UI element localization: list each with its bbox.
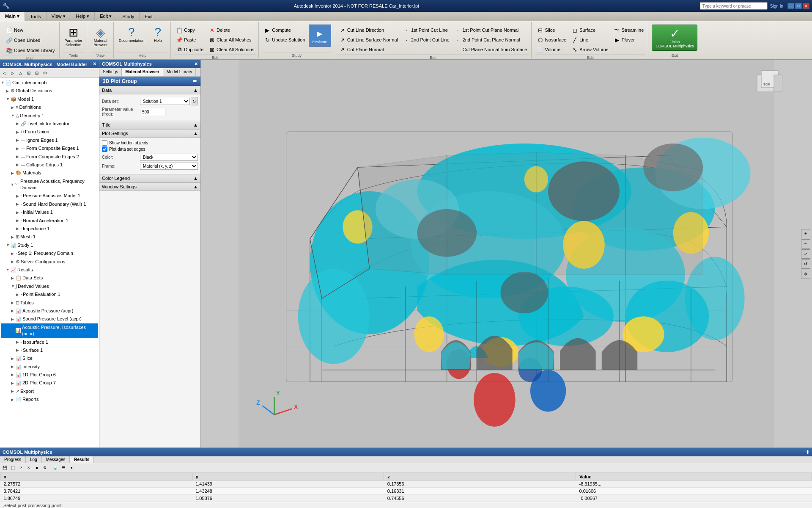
tree-item-pressure_acoustics[interactable]: ▼ 〰 Pressure Acoustics, Frequency Domain <box>1 177 98 192</box>
tree-item-tables[interactable]: ▶ ⊟ Tables <box>1 299 98 307</box>
param-input[interactable] <box>140 109 165 115</box>
paste-button[interactable]: 📌 Paste <box>174 35 205 44</box>
show-hidden-checkbox[interactable] <box>102 140 107 146</box>
tree-item-intensity[interactable]: ▶ 📊 Intensity <box>1 363 98 371</box>
bp-settings-button[interactable]: ⚙ <box>41 464 49 472</box>
bp-copy-button[interactable]: 📋 <box>9 464 16 472</box>
second-point-cut-plane-button[interactable]: · 2nd Point Cut Plane Normal <box>453 35 529 44</box>
section-color-legend-header[interactable]: Color Legend ▲ <box>99 174 200 182</box>
tree-item-initial_values1[interactable]: ▶ · Initial Values 1 <box>1 208 98 216</box>
tree-item-slice[interactable]: ▶ 📊 Slice <box>1 354 98 362</box>
mb-back-button[interactable]: ◁ <box>1 69 8 77</box>
tree-item-sound_hard[interactable]: ▶ · Sound Hard Boundary (Wall) 1 <box>1 200 98 208</box>
bp-tab-progress[interactable]: Progress <box>0 456 26 463</box>
cp-close-icon[interactable]: ✕ <box>194 61 198 67</box>
vp-zoom-in-button[interactable]: + <box>801 229 810 238</box>
clear-meshes-button[interactable]: ⊠ Clear All Meshes <box>207 35 256 44</box>
material-browser-button[interactable]: ◈ MaterialBrowser <box>91 25 111 48</box>
volume-button[interactable]: ⬜ Volume <box>535 45 568 54</box>
clear-solutions-button[interactable]: ⊠ Clear All Solutions <box>207 45 256 54</box>
tab-view[interactable]: View ▾ <box>47 12 71 21</box>
tree-item-form_union[interactable]: ▶ ∪ Form Union <box>1 128 98 136</box>
tree-item-pa_model1[interactable]: ▶ · Pressure Acoustics Model 1 <box>1 192 98 200</box>
mb-settings-button[interactable]: ⚙ <box>41 69 49 77</box>
open-linked-button[interactable]: 🔗 Open Linked <box>4 36 57 45</box>
tree-item-model1[interactable]: ▼ 📦 Model 1 <box>1 95 98 103</box>
tree-item-ignore_edges1[interactable]: ▶ — Ignore Edges 1 <box>1 136 98 144</box>
tree-item-study1[interactable]: ▼ 📊 Study 1 <box>1 241 98 249</box>
first-point-cut-line-button[interactable]: · 1st Point Cut Line <box>401 25 451 35</box>
frame-select[interactable]: Material (x, y, z) <box>140 163 198 170</box>
search-input[interactable] <box>700 2 768 10</box>
bp-save-button[interactable]: 💾 <box>1 464 8 472</box>
mb-up-button[interactable]: △ <box>17 69 25 77</box>
mb-forward-button[interactable]: ▷ <box>9 69 16 77</box>
cut-line-surface-normal-button[interactable]: ↗ Cut Line Surface Normal <box>337 35 400 44</box>
bp-expand-icon[interactable]: ⬆ <box>806 450 809 455</box>
first-point-cut-plane-button[interactable]: · 1st Point Cut Plane Normal <box>453 25 529 35</box>
tree-item-plot_group7[interactable]: ▶ 📊 2D Plot Group 7 <box>1 379 98 387</box>
minimize-button[interactable]: — <box>787 3 794 9</box>
tree-item-acoustic_isosurfaces[interactable]: ▶ 📊 Acoustic Pressure, Isosurfaces (acpr… <box>1 323 98 338</box>
tree-item-acoustic_pressure[interactable]: ▶ 📊 Acoustic Pressure (acpr) <box>1 307 98 315</box>
section-plot-settings-header[interactable]: Plot Settings ▲ <box>99 129 200 138</box>
surface-button[interactable]: ◻ Surface <box>570 25 610 35</box>
tree-item-impedance1[interactable]: ▶ · Impedance 1 <box>1 225 98 233</box>
bp-clear-button[interactable]: ✕ <box>25 464 33 472</box>
bp-chart-button[interactable]: 📊 <box>52 464 59 472</box>
cut-plane-normal-from-surface-button[interactable]: · Cut Plane Normal from Surface <box>453 45 529 54</box>
maximize-button[interactable]: □ <box>795 3 802 9</box>
evaluate-button[interactable]: ▶ Evaluate <box>309 25 331 47</box>
update-solution-button[interactable]: ↻ Update Solution <box>262 35 307 44</box>
bp-export-button[interactable]: ↗ <box>17 464 25 472</box>
tree-item-car_interior[interactable]: ▼ 📄 Car_interior.mph <box>1 79 98 87</box>
finish-button[interactable]: ✓ FinishCOMSOL Multiphysics <box>652 25 697 51</box>
arrow-volume-button[interactable]: ⤡ Arrow Volume <box>570 45 610 54</box>
tree-item-reports[interactable]: ▶ 📄 Reports <box>1 395 98 403</box>
tree-item-mesh1[interactable]: ▶ ⊞ Mesh 1 <box>1 233 98 241</box>
tab-edit[interactable]: Edit ▾ <box>95 12 117 21</box>
slice-button[interactable]: ⊟ Slice <box>535 25 568 35</box>
tree-item-collapse_edges1[interactable]: ▶ — Collapse Edges 1 <box>1 161 98 169</box>
color-select[interactable]: Black White Red <box>140 154 198 161</box>
tree-item-export[interactable]: ▶ ↗ Export <box>1 387 98 395</box>
plot-group-expand-icon[interactable]: ✏ <box>193 78 197 84</box>
isosurface-button[interactable]: ⬡ Isosurface <box>535 35 568 44</box>
new-button[interactable]: 📄 New <box>4 25 57 35</box>
dataset-select[interactable]: Solution 1 <box>140 98 190 105</box>
second-point-cut-line-button[interactable]: · 2nd Point Cut Line <box>401 35 451 44</box>
tree-item-results[interactable]: ▼ 📈 Results <box>1 266 98 274</box>
cut-plane-normal-button[interactable]: ↗ Cut Plane Normal <box>337 45 400 54</box>
documentation-button[interactable]: ? Documentation <box>117 25 146 44</box>
help-button[interactable]: ? Help <box>148 25 168 44</box>
line-button[interactable]: ╱ Line <box>570 35 610 44</box>
section-window-settings-header[interactable]: Window Settings ▲ <box>99 182 200 191</box>
dataset-refresh-button[interactable]: ↻ <box>191 97 198 105</box>
tree-item-definitions[interactable]: ▶ ≡ Definitions <box>1 103 98 111</box>
vp-zoom-out-button[interactable]: − <box>801 239 810 248</box>
streamline-button[interactable]: 〜 Streamline <box>612 25 646 35</box>
tree-item-livelink[interactable]: ▶ 🔗 LiveLink for Inventor <box>1 120 98 128</box>
mb-expand-button[interactable]: ⊞ <box>25 69 33 77</box>
plot-edges-checkbox[interactable] <box>102 146 107 152</box>
bp-stop-button[interactable]: ■ <box>33 464 41 472</box>
tree-item-point_eval1[interactable]: ▶ · Point Evaluation 1 <box>1 290 98 298</box>
tree-item-derived_values[interactable]: ▼ ∫ Derived Values <box>1 282 98 290</box>
sign-in-button[interactable]: Sign In <box>770 4 783 8</box>
tree-item-normal_accel1[interactable]: ▶ · Normal Acceleration 1 <box>1 217 98 225</box>
copy-button[interactable]: 📋 Copy <box>174 25 205 35</box>
tree-item-isosurface1[interactable]: ▶ · Isosurface 1 <box>1 338 98 346</box>
viewport[interactable]: X Y Z + − ⤢ ↺ ✥ TOP <box>201 60 812 447</box>
tree-item-form_composite1[interactable]: ▶ — Form Composite Edges 1 <box>1 144 98 152</box>
tree-item-global_defs[interactable]: ▶ ⚙ Global Definitions <box>1 87 98 95</box>
delete-button[interactable]: ✕ Delete <box>207 25 256 35</box>
tree-item-surface1[interactable]: ▶ · Surface 1 <box>1 346 98 354</box>
tree-item-step1[interactable]: ▶ · Step 1: Frequency Domain <box>1 249 98 257</box>
tab-tools[interactable]: Tools <box>25 12 47 21</box>
bp-tab-log[interactable]: Log <box>26 456 42 463</box>
tree-item-geometry1[interactable]: ▼ △ Geometry 1 <box>1 112 98 120</box>
bp-tab-messages[interactable]: Messages <box>42 456 70 463</box>
vp-pan-button[interactable]: ✥ <box>801 270 810 279</box>
open-model-library-button[interactable]: 📚 Open Model Library <box>4 46 57 55</box>
tab-exit[interactable]: Exit <box>140 12 158 21</box>
